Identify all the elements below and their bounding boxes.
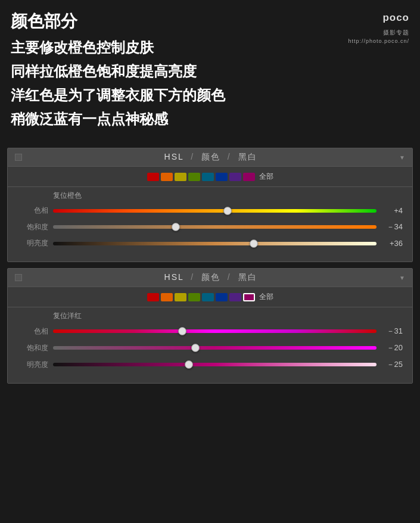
swatch-purple[interactable] — [229, 173, 241, 181]
swatch-cyan[interactable] — [202, 173, 214, 181]
panel-indicator — [15, 154, 22, 161]
track-sat-m — [53, 346, 377, 350]
swatch-orange[interactable] — [161, 173, 173, 181]
slider-track-hue-m[interactable] — [53, 326, 377, 336]
thumb-sat-m[interactable] — [191, 344, 200, 352]
slider-track-lum-m[interactable] — [53, 360, 377, 369]
track-sat — [53, 225, 377, 229]
swatch-red-2[interactable] — [147, 293, 159, 301]
slider-label-hue-m: 色相 — [17, 326, 48, 337]
slider-row-hue-magenta: 色相 －31 — [17, 326, 403, 337]
swatch-red[interactable] — [147, 173, 159, 181]
track-hue-m — [53, 329, 377, 333]
swatch-all-label[interactable]: 全部 — [259, 172, 273, 182]
thumb-hue[interactable] — [223, 207, 232, 215]
sep2: / — [228, 152, 231, 161]
color-swatches-magenta: 全部 — [8, 287, 412, 306]
hsl-tab-title-2: HSL / 颜色 / 黑白 — [27, 272, 394, 283]
logo: poco 摄影专题 http://photo.poco.cn/ — [348, 11, 409, 45]
reset-label-orange[interactable]: 复位橙色 — [17, 191, 403, 201]
slider-value-lum: +36 — [381, 239, 403, 248]
tab-bw-2[interactable]: 黑白 — [238, 272, 257, 282]
thumb-lum[interactable] — [250, 239, 258, 248]
slider-row-lum-orange: 明亮度 +36 — [17, 238, 403, 248]
sep2-2: / — [228, 272, 231, 282]
slider-label-sat: 饱和度 — [17, 222, 48, 232]
text-section: poco 摄影专题 http://photo.poco.cn/ 颜色部分 主要修… — [0, 0, 420, 138]
reset-label-magenta[interactable]: 复位洋红 — [17, 311, 403, 321]
track-lum — [53, 242, 377, 245]
track-lum-m — [53, 363, 377, 366]
tab-color-2[interactable]: 颜色 — [201, 272, 220, 282]
sep1-2: / — [191, 272, 194, 282]
slider-row-lum-magenta: 明亮度 －25 — [17, 359, 403, 370]
slider-row-sat-orange: 饱和度 －34 — [17, 222, 403, 232]
thumb-lum-m[interactable] — [185, 360, 193, 369]
tab-bw[interactable]: 黑白 — [238, 152, 257, 161]
slider-value-hue: +4 — [381, 206, 403, 215]
slider-track-lum[interactable] — [53, 239, 377, 248]
hsl-header-orange: HSL / 颜色 / 黑白 ▼ — [8, 148, 412, 167]
thumb-sat[interactable] — [172, 223, 180, 231]
swatch-yellow[interactable] — [175, 173, 186, 181]
swatch-blue-2[interactable] — [216, 293, 228, 301]
swatch-orange-2[interactable] — [161, 293, 173, 301]
slider-value-sat-m: －20 — [381, 343, 403, 353]
hsl-tab-title: HSL / 颜色 / 黑白 — [27, 152, 394, 163]
slider-label-hue: 色相 — [17, 206, 48, 216]
slider-row-hue-orange: 色相 +4 — [17, 206, 403, 216]
slider-value-sat: －34 — [381, 222, 403, 232]
swatch-all-label-2[interactable]: 全部 — [259, 292, 273, 302]
line-2: 同样拉低橙色饱和度提高亮度 — [11, 61, 409, 82]
line-4: 稍微泛蓝有一点点神秘感 — [11, 108, 409, 130]
slider-label-lum-m: 明亮度 — [17, 360, 48, 370]
logo-name: poco 摄影专题 http://photo.poco.cn/ — [348, 11, 409, 45]
slider-track-sat[interactable] — [53, 222, 377, 232]
slider-value-hue-m: －31 — [381, 326, 403, 337]
tab-hsl[interactable]: HSL — [164, 152, 184, 161]
panel-arrow-2[interactable]: ▼ — [399, 275, 405, 281]
slider-label-lum: 明亮度 — [17, 238, 48, 248]
thumb-hue-m[interactable] — [178, 327, 186, 335]
hsl-panel-orange: HSL / 颜色 / 黑白 ▼ 全部 复位橙色 色相 — [7, 148, 413, 262]
sliders-area-orange: 复位橙色 色相 +4 饱和度 －34 明亮 — [8, 187, 412, 262]
hsl-header-magenta: HSL / 颜色 / 黑白 ▼ — [8, 269, 412, 287]
slider-value-lum-m: －25 — [381, 359, 403, 370]
tab-color[interactable]: 颜色 — [201, 152, 220, 161]
swatch-cyan-2[interactable] — [202, 293, 214, 301]
slider-track-sat-m[interactable] — [53, 343, 377, 353]
sep1: / — [191, 152, 194, 161]
slider-row-sat-magenta: 饱和度 －20 — [17, 343, 403, 353]
page: poco 摄影专题 http://photo.poco.cn/ 颜色部分 主要修… — [0, 0, 420, 523]
swatch-magenta[interactable] — [243, 173, 255, 181]
swatch-purple-2[interactable] — [229, 293, 241, 301]
slider-track-hue[interactable] — [53, 206, 377, 216]
swatch-green[interactable] — [188, 173, 200, 181]
color-swatches-orange: 全部 — [8, 167, 412, 185]
panel-arrow[interactable]: ▼ — [399, 154, 405, 161]
swatch-yellow-2[interactable] — [175, 293, 186, 301]
tab-hsl-2[interactable]: HSL — [164, 272, 184, 282]
swatch-magenta-2[interactable] — [243, 293, 255, 301]
hsl-panel-magenta: HSL / 颜色 / 黑白 ▼ 全部 复位洋红 色相 — [7, 268, 413, 384]
panel-indicator-2 — [15, 274, 22, 281]
sliders-area-magenta: 复位洋红 色相 －31 饱和度 －20 明 — [8, 307, 412, 383]
slider-label-sat-m: 饱和度 — [17, 343, 48, 353]
track-hue — [53, 209, 377, 213]
swatch-blue[interactable] — [216, 173, 228, 181]
swatch-green-2[interactable] — [188, 293, 200, 301]
line-3: 洋红色是为了调整衣服下方的颜色 — [11, 85, 409, 106]
